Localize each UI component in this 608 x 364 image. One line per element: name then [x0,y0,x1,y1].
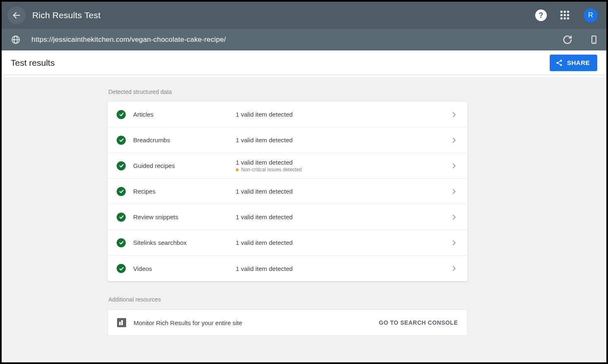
share-button[interactable]: SHARE [550,55,597,71]
results-scroll-area[interactable]: Detected structured data Articles1 valid… [3,77,605,361]
detected-row-status: 1 valid item detected [236,265,450,272]
svg-point-7 [556,62,558,64]
refresh-button[interactable] [563,35,572,45]
share-label: SHARE [567,59,590,66]
avatar: R [584,8,598,22]
detected-row-status: 1 valid item detected [236,136,450,144]
smartphone-button[interactable] [589,35,599,45]
globe-icon [11,35,21,45]
chevron-right-icon [450,136,458,144]
checkmark-icon [117,110,126,119]
additional-section-label: Additional resources [108,296,467,303]
detected-card: Articles1 valid item detectedBreadcrumbs… [108,102,467,281]
detected-row[interactable]: Recipes1 valid item detected [108,179,467,204]
detected-section-label: Detected structured data [108,89,467,95]
tested-url[interactable]: https://jessicainthekitchen.com/vegan-ch… [31,36,546,44]
checkmark-icon [117,264,126,273]
chevron-right-icon [450,187,458,196]
detected-row-status: 1 valid item detected [236,159,450,166]
apps-button[interactable] [557,7,573,24]
additional-card: Monitor Rich Results for your entire sit… [108,309,467,336]
detected-row-name: Recipes [133,188,236,195]
detected-row[interactable]: Articles1 valid item detected [108,102,467,127]
chevron-right-icon [450,213,458,221]
svg-point-8 [560,64,562,66]
share-icon [555,59,563,67]
detected-row-status: 1 valid item detected [236,239,450,246]
detected-row-name: Videos [133,265,236,272]
app-title: Rich Results Test [32,10,101,20]
detected-row-name: Sitelinks searchbox [133,239,236,246]
detected-row-substatus: Non-critical issues detected [236,167,450,172]
detected-row-status: 1 valid item detected [236,213,450,220]
bar-chart-icon [117,318,126,327]
detected-row-name: Review snippets [133,213,236,220]
detected-row-name: Guided recipes [133,162,236,169]
detected-row[interactable]: Sitelinks searchbox1 valid item detected [108,230,467,256]
checkmark-icon [117,136,126,145]
help-button[interactable]: ? [533,7,549,24]
checkmark-icon [117,161,126,170]
chevron-right-icon [450,239,458,247]
account-button[interactable]: R [582,7,599,24]
detected-row[interactable]: Breadcrumbs1 valid item detected [108,127,467,153]
checkmark-icon [117,213,126,222]
chevron-right-icon [450,264,458,273]
warning-dot-icon [236,168,239,171]
checkmark-icon [117,238,126,247]
detected-row-name: Breadcrumbs [133,136,236,144]
checkmark-icon [117,187,126,196]
detected-row-status: 1 valid item detected [236,111,450,118]
detected-row[interactable]: Review snippets1 valid item detected [108,204,467,230]
help-icon: ? [535,10,547,21]
svg-point-6 [560,60,562,62]
chevron-right-icon [450,110,458,119]
detected-row-status: 1 valid item detected [236,188,450,195]
detected-row-name: Articles [133,111,236,118]
apps-grid-icon [560,11,570,20]
page-title: Test results [11,58,55,68]
chevron-right-icon [450,162,458,170]
detected-row[interactable]: Videos1 valid item detected [108,256,467,281]
arrow-left-icon [12,11,21,20]
monitor-text: Monitor Rich Results for your entire sit… [134,319,379,326]
detected-row[interactable]: Guided recipes1 valid item detectedNon-c… [108,153,467,179]
back-button[interactable] [7,6,26,24]
go-to-search-console-link[interactable]: GO TO SEARCH CONSOLE [379,319,458,326]
